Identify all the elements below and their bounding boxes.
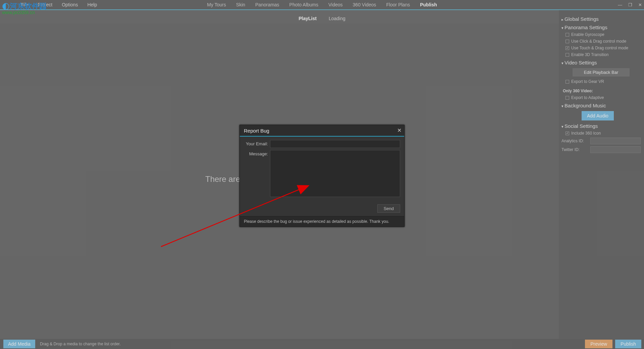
empty-state-text: There are xyxy=(205,174,240,184)
app-root: File Project Options Help My Tours Skin … xyxy=(0,0,644,349)
input-twitter-id[interactable] xyxy=(590,146,641,153)
subtab-loading[interactable]: Loading xyxy=(329,16,345,21)
btn-send[interactable]: Send xyxy=(377,204,400,213)
maximize-icon[interactable]: ❐ xyxy=(628,2,632,7)
tab-videos[interactable]: Videos xyxy=(328,2,343,7)
right-sidebar: Global Settings Panorama Settings Enable… xyxy=(559,10,644,339)
dialog-title: Report Bug xyxy=(244,128,269,134)
subtab-playlist[interactable]: PlayList xyxy=(299,16,317,21)
section-social[interactable]: Social Settings xyxy=(561,123,641,129)
chk-3dtransition[interactable]: Enable 3D Transition xyxy=(566,52,641,57)
section-global[interactable]: Global Settings xyxy=(561,16,641,22)
input-email[interactable] xyxy=(270,140,400,148)
label-email: Your Email: xyxy=(244,140,268,146)
bottom-bar: Add Media Drag & Drop a media to change … xyxy=(0,339,644,349)
minimize-icon[interactable]: — xyxy=(618,2,622,7)
close-icon[interactable]: ✕ xyxy=(638,2,642,7)
section-bgmusic[interactable]: Background Music xyxy=(561,103,641,108)
accent-line xyxy=(0,9,644,10)
btn-edit-playback-bar[interactable]: Edit Playback Bar xyxy=(573,68,630,77)
tab-panoramas[interactable]: Panoramas xyxy=(255,2,279,7)
btn-add-media[interactable]: Add Media xyxy=(3,340,35,348)
section-video[interactable]: Video Settings xyxy=(561,60,641,65)
label-twitter: Twitter ID: xyxy=(561,147,586,152)
label-analytics: Analytics ID: xyxy=(561,139,586,143)
tab-360videos[interactable]: 360 Videos xyxy=(353,2,376,7)
chk-adaptive[interactable]: Export to Adaptive xyxy=(566,95,641,100)
bottom-hint: Drag & Drop a media to change the list o… xyxy=(40,342,121,346)
chk-gearvr[interactable]: Export to Gear VR xyxy=(566,79,641,84)
tab-skin[interactable]: Skin xyxy=(236,2,245,7)
watermark-logo: ◐河东软件园 www.pc0359.cn xyxy=(2,1,47,15)
menu-bar: File Project Options Help My Tours Skin … xyxy=(0,0,644,9)
report-bug-dialog: Report Bug ✕ Your Email: Message: Send P… xyxy=(239,125,405,227)
chk-gyroscope[interactable]: Enable Gyroscope xyxy=(566,32,641,37)
btn-publish[interactable]: Publish xyxy=(615,340,641,348)
input-analytics-id[interactable] xyxy=(590,138,641,144)
subtab-bar: PlayList Loading xyxy=(0,13,644,23)
menu-options[interactable]: Options xyxy=(62,2,78,7)
tab-mytours[interactable]: My Tours xyxy=(207,2,226,7)
tab-publish[interactable]: Publish xyxy=(420,2,437,7)
dialog-footer-text: Please describe the bug or issue experie… xyxy=(240,216,404,227)
section-panorama[interactable]: Panorama Settings xyxy=(561,24,641,30)
menu-help[interactable]: Help xyxy=(87,2,97,7)
chk-touchdrag[interactable]: ✓Use Touch & Drag control mode xyxy=(566,46,641,50)
btn-preview[interactable]: Preview xyxy=(585,340,612,348)
tab-floorplans[interactable]: Floor Plans xyxy=(386,2,410,7)
chk-include360icon[interactable]: ✓Include 360 Icon xyxy=(566,131,641,136)
btn-add-audio[interactable]: Add Audio xyxy=(582,111,614,120)
dialog-title-bar: Report Bug ✕ xyxy=(240,125,404,137)
input-message[interactable] xyxy=(270,150,400,197)
label-message: Message: xyxy=(244,150,268,156)
dialog-close-icon[interactable]: ✕ xyxy=(397,127,401,134)
label-only360: Only 360 Video: xyxy=(563,89,641,93)
tab-photoalbums[interactable]: Photo Albums xyxy=(289,2,318,7)
chk-clickdrag[interactable]: Use Click & Drag control mode xyxy=(566,39,641,44)
